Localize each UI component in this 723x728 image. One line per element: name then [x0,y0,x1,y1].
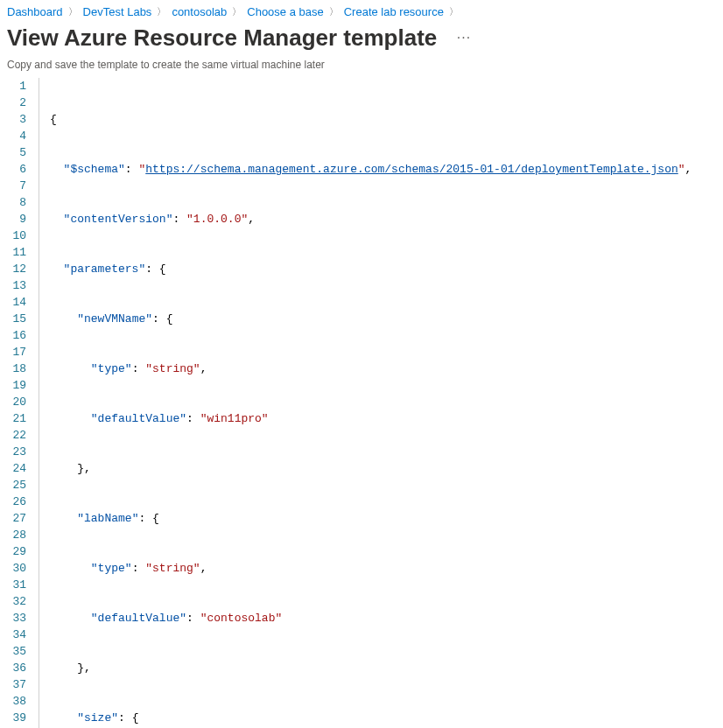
code-editor[interactable]: 1234567891011121314151617181920212223242… [0,78,723,728]
breadcrumb-devtest-labs[interactable]: DevTest Labs [83,5,152,18]
code-content[interactable]: { "$schema": "https://schema.management.… [39,78,723,728]
more-actions-icon[interactable]: ··· [457,30,471,46]
breadcrumb-create-lab-resource[interactable]: Create lab resource [344,5,444,18]
breadcrumb-contosolab[interactable]: contosolab [172,5,227,18]
breadcrumb: Dashboard〉DevTest Labs〉contosolab〉Choose… [0,0,723,23]
line-number-gutter: 1234567891011121314151617181920212223242… [0,78,39,728]
page-title: View Azure Resource Manager template [7,24,437,52]
breadcrumb-choose-base[interactable]: Choose a base [247,5,323,18]
page-subtitle: Copy and save the template to create the… [0,59,723,78]
breadcrumb-dashboard[interactable]: Dashboard [7,5,63,18]
